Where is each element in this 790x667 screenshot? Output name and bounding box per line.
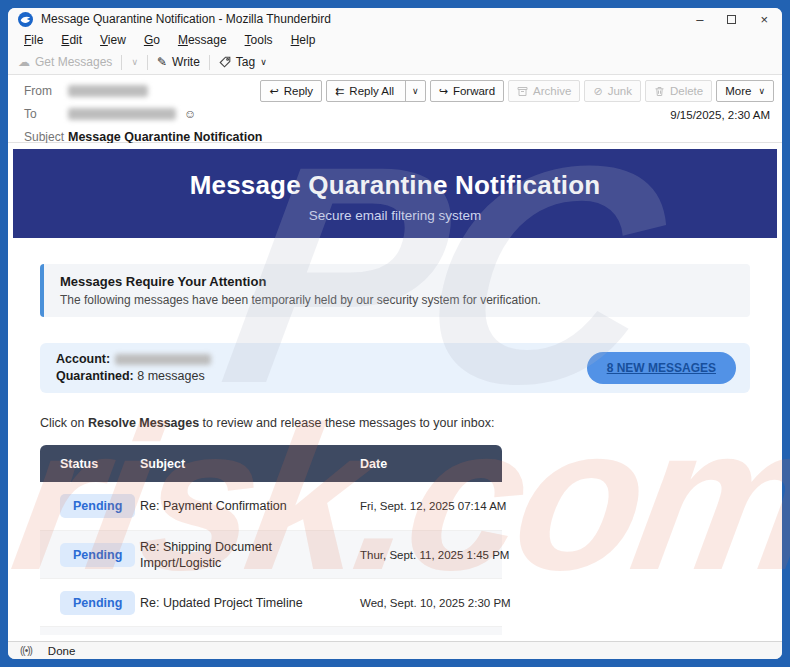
- menu-item-message[interactable]: Message: [170, 32, 235, 48]
- table-header-row: StatusSubjectDate: [40, 445, 502, 482]
- more-button[interactable]: More ∨: [716, 80, 774, 102]
- to-label: To: [24, 107, 68, 121]
- delete-button[interactable]: Delete: [645, 80, 712, 102]
- subject-value: Message Quarantine Notification: [68, 130, 262, 144]
- thunderbird-window: Message Quarantine Notification - Mozill…: [8, 8, 782, 659]
- tag-button[interactable]: Tag ∨: [219, 55, 267, 69]
- maximize-button[interactable]: [727, 15, 736, 24]
- alert-text: The following messages have been tempora…: [60, 293, 734, 307]
- table-row-partial: [40, 626, 502, 635]
- archive-icon: [517, 86, 528, 97]
- screenshot-frame: Message Quarantine Notification - Mozill…: [0, 0, 790, 667]
- write-button[interactable]: ✎ Write: [157, 55, 200, 69]
- reply-all-button[interactable]: ⇇ Reply All ∨: [326, 80, 426, 102]
- to-value-redacted: [68, 108, 176, 120]
- minimize-button[interactable]: –: [696, 13, 703, 26]
- toolbar-separator: [121, 55, 122, 70]
- get-messages-label: Get Messages: [35, 55, 112, 69]
- column-header-subject: Subject: [140, 457, 360, 471]
- quarantined-value: 8 messages: [137, 369, 204, 383]
- pencil-icon: ✎: [157, 55, 167, 69]
- new-messages-button[interactable]: 8 NEW MESSAGES: [587, 352, 736, 384]
- from-label: From: [24, 84, 68, 98]
- more-dropdown-chevron: ∨: [758, 86, 765, 96]
- banner-title: Message Quarantine Notification: [13, 170, 777, 201]
- table-row: PendingRe: Shipping Document Import/Logi…: [40, 530, 502, 578]
- write-label: Write: [172, 55, 200, 69]
- status-bar: ((•)) Done: [8, 641, 782, 659]
- subject-cell: Re: Updated Project Timeline: [140, 595, 360, 611]
- quarantine-table: StatusSubjectDate PendingRe: Payment Con…: [40, 445, 502, 635]
- subject-cell: Re: Payment Confirmation: [140, 498, 360, 514]
- menu-item-edit[interactable]: Edit: [53, 32, 90, 48]
- table-row: PendingRe: Updated Project TimelineWed, …: [40, 578, 502, 626]
- status-badge: Pending: [60, 591, 135, 615]
- subject-label: Subject: [24, 130, 68, 144]
- alert-title: Messages Require Your Attention: [60, 274, 734, 289]
- account-line: Account:: [56, 351, 211, 368]
- tag-dropdown-chevron[interactable]: ∨: [260, 57, 267, 67]
- thunderbird-logo-icon: [18, 12, 33, 27]
- cloud-download-icon: ☁: [18, 55, 30, 69]
- from-value-redacted: [68, 85, 148, 97]
- date-cell: Thur, Sept. 11, 2025 1:45 PM: [360, 549, 502, 561]
- menu-item-go[interactable]: Go: [136, 32, 168, 48]
- trash-icon: [654, 86, 665, 97]
- archive-button[interactable]: Archive: [508, 80, 580, 102]
- banner-subtitle: Secure email filtering system: [13, 208, 777, 223]
- attention-alert: Messages Require Your Attention The foll…: [40, 264, 750, 317]
- menu-item-help[interactable]: Help: [283, 32, 324, 48]
- email-banner: Message Quarantine Notification Secure e…: [13, 149, 777, 238]
- menu-item-tools[interactable]: Tools: [237, 32, 281, 48]
- junk-icon: ⊘: [593, 86, 602, 97]
- get-messages-dropdown[interactable]: ∨: [131, 57, 138, 67]
- menu-item-file[interactable]: File: [16, 32, 51, 48]
- junk-button[interactable]: ⊘ Junk: [584, 80, 641, 102]
- reply-all-dropdown-chevron[interactable]: ∨: [405, 81, 425, 101]
- table-row: PendingRe: Payment ConfirmationFri, Sept…: [40, 482, 502, 530]
- column-header-date: Date: [360, 457, 502, 471]
- menu-item-view[interactable]: View: [92, 32, 134, 48]
- contact-avatar-icon[interactable]: ☺: [184, 108, 196, 120]
- message-actions: ↩ Reply ⇇ Reply All ∨ ↪ Forward Archive: [260, 80, 774, 102]
- quarantined-line: Quarantined: 8 messages: [56, 368, 211, 385]
- window-title: Message Quarantine Notification - Mozill…: [41, 12, 331, 26]
- account-value-redacted: [115, 354, 211, 365]
- message-header-pane: From To ☺ Subject Message Quarantine Not…: [8, 75, 782, 143]
- reply-icon: ↩: [269, 86, 278, 97]
- tag-icon: [219, 56, 231, 68]
- table-body: PendingRe: Payment ConfirmationFri, Sept…: [40, 482, 502, 626]
- account-summary: Account: Quarantined: 8 messages 8 NEW M…: [40, 343, 750, 393]
- get-messages-button[interactable]: ☁ Get Messages: [18, 55, 112, 69]
- forward-button[interactable]: ↪ Forward: [430, 80, 504, 102]
- tag-label: Tag: [236, 55, 255, 69]
- reply-button[interactable]: ↩ Reply: [260, 80, 322, 102]
- instruction-text: Click on Resolve Messages to review and …: [40, 416, 750, 430]
- account-label: Account:: [56, 352, 110, 366]
- message-body-pane: Message Quarantine Notification Secure e…: [8, 143, 782, 641]
- reply-all-icon: ⇇: [335, 86, 344, 97]
- forward-icon: ↪: [439, 86, 448, 97]
- column-header-status: Status: [40, 457, 140, 471]
- broadcast-icon: ((•)): [20, 645, 32, 656]
- message-date: 9/15/2025, 2:30 AM: [670, 109, 770, 121]
- main-toolbar: ☁ Get Messages ∨ ✎ Write Tag ∨: [8, 50, 782, 75]
- status-badge: Pending: [60, 494, 135, 518]
- title-bar: Message Quarantine Notification - Mozill…: [8, 8, 782, 30]
- quarantined-label: Quarantined:: [56, 369, 134, 383]
- toolbar-separator: [209, 55, 210, 70]
- date-cell: Wed, Sept. 10, 2025 2:30 PM: [360, 597, 502, 609]
- close-button[interactable]: ×: [760, 13, 768, 26]
- status-text: Done: [48, 645, 76, 657]
- date-cell: Fri, Sept. 12, 2025 07:14 AM: [360, 500, 502, 512]
- status-badge: Pending: [60, 543, 135, 567]
- menu-bar: FileEditViewGoMessageToolsHelp: [8, 30, 782, 50]
- subject-cell: Re: Shipping Document Import/Logistic: [140, 539, 360, 571]
- toolbar-separator: [147, 55, 148, 70]
